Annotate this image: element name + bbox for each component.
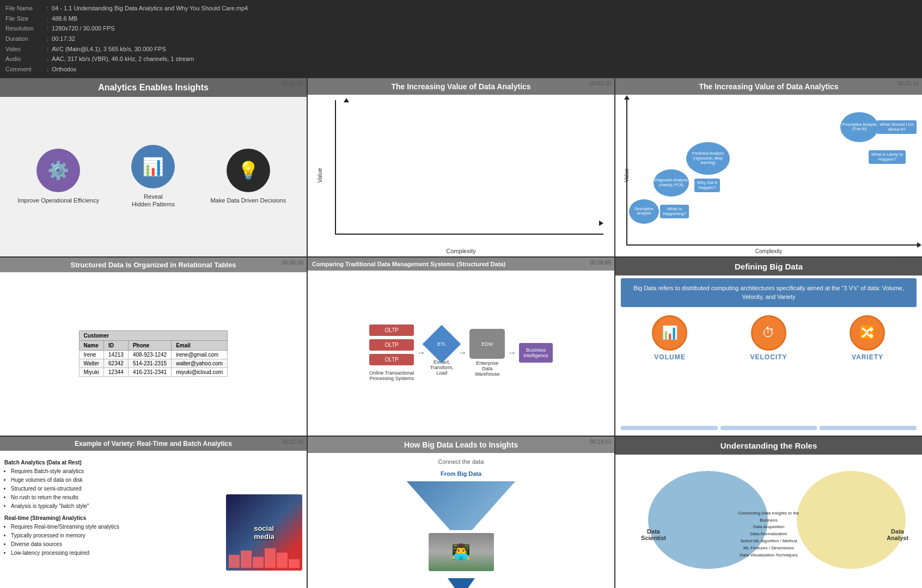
icon-label-operational: Improve Operational Efficiency [17, 197, 99, 204]
slides-grid: Analytics Enables Insights 00:01:45 ⚙️ I… [0, 78, 922, 588]
slide-8-title: How Big Data Leads to Insights [308, 437, 614, 453]
insights-diagram: Connect the data From Big Data 👨‍💻 To In… [308, 453, 614, 588]
y-axis-line [335, 100, 336, 235]
speech-what-happening: What IsHappening? [660, 205, 689, 218]
chart-icon: 📊 [131, 145, 175, 188]
edw-cylinder: EDW [469, 329, 505, 359]
slide-7-timestamp: 00:12:16 [282, 439, 303, 445]
funnel-image: 👨‍💻 [429, 533, 494, 571]
volume-item: 📊 VOLUME [652, 315, 687, 418]
slide-7[interactable]: Example of Variety: Real-Time and Batch … [0, 437, 307, 588]
variety-label: VARIETY [852, 353, 883, 361]
slide-3[interactable]: The Increasing Value of Data Analytics 0… [615, 78, 922, 256]
velocity-item: ⏱ VELOCITY [750, 315, 787, 418]
slide-6-title: Defining Big Data [615, 258, 922, 275]
slide-5-timestamp: 00:08:46 [590, 260, 611, 266]
slide-6-timestamp: 00:10:31 [897, 260, 919, 266]
duration-label: Duration [5, 34, 44, 44]
bulb-icon: 💡 [227, 149, 270, 192]
slide-6-progress [615, 423, 922, 433]
col-phone: Phone [128, 341, 171, 351]
bubble-descriptive: Descriptive Analysis [629, 199, 659, 224]
col-id: ID [104, 341, 129, 351]
resolution-label: Resolution [5, 23, 44, 34]
funnel-top [407, 481, 516, 530]
slide-3-timestamp: 00:05:16 [897, 81, 919, 87]
slide-7-title: Example of Variety: Real-Time and Batch … [0, 437, 307, 451]
realtime-title: Real-time (Streaming) Analytics [4, 514, 221, 523]
volume-icon: 📊 [652, 315, 687, 351]
axis-y-label-2: Value [316, 168, 323, 183]
video-label: Video [5, 44, 44, 54]
edw-container: EDW EnterpriseDataWarehouse [469, 329, 505, 377]
slide-8[interactable]: How Big Data Leads to Insights 00:14:02 … [308, 437, 614, 588]
x-label-3: Complexity [755, 248, 782, 254]
data-analyst-circle [797, 471, 906, 569]
slide-4-content: Customer Name ID Phone Email Irene142134… [0, 272, 307, 436]
slide-4-timestamp: 00:06:30 [282, 260, 303, 266]
arrow-1: → [417, 348, 425, 358]
batch-item-1: Requires Batch-style analytics [11, 467, 221, 476]
slide-4[interactable]: Structured Data Is Organized in Relation… [0, 258, 307, 436]
batch-item-5: Analysis is typically "batch style" [11, 502, 221, 511]
filename-value: 04 - 1.1 Understanding Big Data Analytic… [52, 3, 250, 14]
resolution-value: 1280x720 / 30.000 FPS [52, 23, 250, 34]
venn-diagram: Data Scientist Data Analyst Connecting D… [615, 455, 922, 588]
scientist-label: Data Scientist [637, 528, 670, 541]
oltp-box-3: OLTP [369, 354, 414, 365]
slide-1-title: Analytics Enables Insights [0, 78, 307, 97]
icon-item-decisions: 💡 Make Data Driven Decisions [205, 149, 291, 204]
edw-label: EnterpriseDataWarehouse [475, 360, 500, 377]
arrow-3: → [508, 348, 516, 358]
batch-list: Requires Batch-style analytics Huge volu… [11, 467, 221, 511]
audio-value: AAC, 317 kb/s (VBR), 48.0 kHz, 2 channel… [52, 54, 250, 64]
slide-7-content: Batch Analytics (Data at Rest) Requires … [0, 451, 307, 588]
x-axis-line [335, 234, 603, 235]
bubble-diagnostic: Diagnostic Analysis (classify, PCA) [654, 169, 689, 197]
arrow-2: → [458, 348, 467, 358]
slide-1[interactable]: Analytics Enables Insights 00:01:45 ⚙️ I… [0, 78, 307, 256]
table-header-label: Customer [79, 331, 228, 341]
slide-9-timestamp: 00:15:47 [897, 439, 919, 445]
comment-label: Comment [5, 64, 44, 75]
realtime-item-2: Typically processed in memory [11, 531, 221, 540]
variety-text: Batch Analytics (Data at Rest) Requires … [4, 455, 221, 588]
big-data-description: Big Data refers to distributed computing… [621, 278, 917, 307]
col-email: Email [172, 341, 228, 351]
comment-value: Orthodox [52, 64, 250, 75]
icon-item-operational: ⚙️ Improve Operational Efficiency [16, 149, 101, 204]
slide-2-title: The Increasing Value of Data Analytics [308, 78, 614, 95]
slide-6[interactable]: Defining Big Data 00:10:31 Big Data refe… [615, 258, 922, 436]
speech-likely: What is Likely toHappen? [869, 150, 906, 164]
etl-diamond: ETL [423, 324, 461, 363]
bubble-prescriptive: Prescriptive Analysis (True AI) [840, 112, 878, 142]
connect-label: Connect the data [438, 458, 484, 465]
velocity-icon: ⏱ [751, 315, 786, 351]
info-bar: File Name : 04 - 1.1 Understanding Big D… [0, 0, 922, 78]
batch-item-4: No rush to return the results [11, 493, 221, 502]
slide-9-title: Understanding the Roles [615, 437, 922, 455]
overlap-item-2: Data Acquisition [731, 524, 807, 531]
social-media-image: socialmedia [226, 494, 302, 571]
speech-why-happen: Why Did ItHappen? [694, 179, 720, 192]
overlap-item-5: ML Features / Dimensions [731, 545, 807, 552]
slide-5[interactable]: Comparing Traditional Data Management Sy… [308, 258, 614, 436]
duration-value: 00:17:32 [52, 34, 250, 44]
analyst-label: Data Analyst [881, 528, 914, 541]
slide-3-title: The Increasing Value of Data Analytics [615, 78, 922, 95]
table-row: Walter62342514-231-2315walter@yahoo.com [79, 359, 228, 368]
slide-9[interactable]: Understanding the Roles 00:15:47 Data Sc… [615, 437, 922, 588]
slide-5-title: Comparing Traditional Data Management Sy… [308, 258, 614, 271]
slide-2-timestamp: 00:03:30 [590, 81, 611, 87]
three-vs: 📊 VOLUME ⏱ VELOCITY 🔀 VARIETY [615, 310, 922, 423]
batch-item-3: Structured or semi-structured [11, 485, 221, 493]
filename-label: File Name [5, 3, 44, 14]
slide-2-chart: Value Complexity [308, 95, 614, 256]
filesize-value: 488.6 MB [52, 14, 250, 24]
icon-item-patterns: 📊 RevealHidden Patterns [111, 145, 196, 209]
realtime-item-4: Low-latency processing required [11, 549, 221, 558]
realtime-list: Requires Real-time/Streaming style analy… [11, 523, 221, 558]
realtime-item-1: Requires Real-time/Streaming style analy… [11, 523, 221, 531]
bi-box: BusinessIntelligence [519, 343, 553, 363]
slide-2[interactable]: The Increasing Value of Data Analytics 0… [308, 78, 614, 256]
